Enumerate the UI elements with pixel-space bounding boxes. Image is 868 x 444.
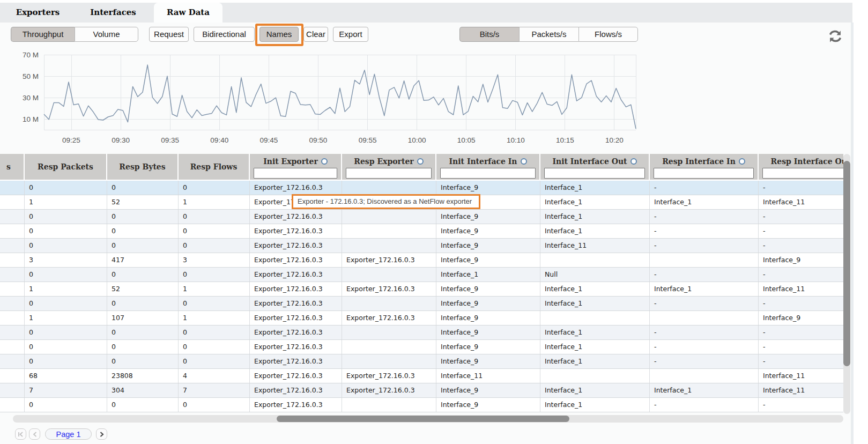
table-cell: 0 (25, 268, 107, 282)
table-cell: Interface_9 (436, 239, 540, 253)
column-header-init-exporter: Init Exporter (250, 154, 342, 180)
table-cell (0, 210, 25, 224)
table-cell: Exporter_172.16.0.3 (250, 325, 342, 339)
table-cell (342, 297, 436, 310)
table-cell: 1 (25, 195, 107, 209)
table-cell: - (650, 239, 759, 253)
table-cell: 0 (107, 239, 179, 253)
table-cell: 52 (107, 282, 179, 296)
svg-text:10:10: 10:10 (507, 136, 525, 144)
table-cell: Interface_1 (540, 224, 650, 238)
table-cell: 0 (107, 210, 179, 224)
table-cell: Interface_11 (540, 239, 650, 253)
column-header-resp-interface-out: Resp Interface Out (759, 154, 843, 180)
filter-radio-icon[interactable] (321, 158, 328, 165)
filter-radio-icon[interactable] (630, 158, 637, 165)
table-cell (0, 239, 25, 253)
table-cell: Interface_9 (436, 181, 540, 195)
table-cell: 0 (107, 181, 179, 195)
table-cell: 0 (179, 340, 250, 354)
column-header-label: Resp Flows (179, 154, 249, 180)
table-cell: - (759, 340, 843, 354)
table-row[interactable]: 000Exporter_172.16.0.3Interface_9Interfa… (0, 398, 843, 412)
pagination-first-button[interactable] (15, 428, 26, 440)
table-cell: Interface_9 (436, 325, 540, 339)
table-cell: 0 (179, 354, 250, 368)
table-row[interactable]: 34173Exporter_172.16.0.3Exporter_172.16.… (0, 253, 843, 268)
table-cell: - (650, 398, 759, 412)
table-cell: 304 (107, 383, 179, 397)
table-row[interactable]: 000Exporter_172.16.0.3Interface_9Interfa… (0, 340, 843, 354)
table-body: 000Exporter_172.16.0.3Interface_9Interfa… (0, 181, 843, 412)
horizontal-scrollbar-thumb[interactable] (277, 416, 569, 422)
table-cell: Exporter_172.16.0.3 (250, 181, 342, 195)
table-cell (540, 311, 650, 325)
table-cell: Interface_1 (540, 297, 650, 310)
table-cell: - (650, 210, 759, 224)
table-cell: 0 (107, 325, 179, 339)
pagination-next-button[interactable] (96, 428, 107, 440)
table-cell: 0 (25, 210, 107, 224)
filter-input-resp-exporter[interactable] (346, 168, 432, 179)
throughput-chart: 10 M30 M50 M70 M09:2509:3009:3509:4009:4… (0, 0, 852, 153)
table-cell: Interface_9 (436, 282, 540, 296)
table-cell: 1 (179, 282, 250, 296)
svg-text:09:45: 09:45 (259, 136, 278, 144)
table-cell: 0 (179, 239, 250, 253)
table-cell: Interface_1 (540, 398, 650, 412)
table-cell: 0 (179, 268, 250, 282)
table-row[interactable]: 000Exporter_172.16.0.3Interface_1Null-- (0, 268, 843, 282)
svg-text:09:40: 09:40 (210, 136, 228, 144)
column-header-resp-bytes: Resp Bytes (107, 154, 179, 180)
table-row[interactable]: 000Exporter_172.16.0.3Interface_9Interfa… (0, 297, 843, 311)
table-cell: 4 (179, 369, 250, 383)
filter-input-resp-interface-out[interactable] (762, 168, 843, 179)
table-cell: 7 (25, 383, 107, 397)
table-row[interactable]: 68238084Exporter_172.16.0.3Exporter_172.… (0, 369, 843, 383)
table-cell (342, 239, 436, 253)
table-cell (650, 253, 759, 267)
filter-input-init-interface-in[interactable] (440, 168, 536, 179)
vertical-scrollbar-thumb[interactable] (843, 161, 850, 366)
column-header-s: s (0, 154, 25, 180)
table-cell: - (650, 340, 759, 354)
table-cell: Interface_9 (436, 253, 540, 267)
svg-text:09:35: 09:35 (161, 136, 179, 144)
table-cell: Interface_11 (759, 282, 843, 296)
table-cell: Exporter_172.16.0.3 (342, 311, 436, 325)
table-cell: - (759, 239, 843, 253)
table-row[interactable]: 000Exporter_172.16.0.3Interface_9Interfa… (0, 210, 843, 224)
pagination-previous-button[interactable] (29, 428, 40, 440)
table-cell: Interface_9 (436, 210, 540, 224)
table-cell: 0 (25, 239, 107, 253)
table-row[interactable]: 000Exporter_172.16.0.3Interface_9Interfa… (0, 354, 843, 369)
table-row[interactable]: 000Exporter_172.16.0.3Interface_9Interfa… (0, 181, 843, 195)
table-row[interactable]: 11071Exporter_172.16.0.3Exporter_172.16.… (0, 311, 843, 325)
filter-input-init-interface-out[interactable] (544, 168, 645, 179)
table-cell: 0 (107, 297, 179, 310)
filter-radio-icon[interactable] (417, 158, 424, 165)
filter-radio-icon[interactable] (739, 158, 745, 165)
table-row[interactable]: 000Exporter_172.16.0.3Interface_9Interfa… (0, 224, 843, 239)
table-cell (0, 268, 25, 282)
table-cell: - (759, 210, 843, 224)
table-cell: Exporter_172.16.0.3 (250, 340, 342, 354)
table-cell: Interface_1 (540, 383, 650, 397)
table-row[interactable]: 000Exporter_172.16.0.3Interface_9Interfa… (0, 325, 843, 340)
svg-text:09:25: 09:25 (62, 136, 80, 144)
table-cell: 0 (179, 210, 250, 224)
pagination-page-button[interactable]: Page 1 (45, 428, 92, 440)
filter-input-resp-interface-in[interactable] (654, 168, 754, 179)
filter-input-init-exporter[interactable] (254, 168, 337, 179)
table-cell: 0 (25, 325, 107, 339)
filter-radio-icon[interactable] (521, 158, 527, 165)
table-cell: Interface_11 (759, 383, 843, 397)
table-cell: 52 (107, 195, 179, 209)
table-cell: - (759, 181, 843, 195)
svg-text:09:30: 09:30 (112, 136, 130, 144)
table-cell: 0 (179, 224, 250, 238)
table-row[interactable]: 000Exporter_172.16.0.3Interface_9Interfa… (0, 239, 843, 253)
table-cell: Exporter_172.16.0.3 (250, 239, 342, 253)
table-row[interactable]: 1521Exporter_172.16.0.3Exporter_172.16.0… (0, 282, 843, 297)
table-row[interactable]: 73047Exporter_172.16.0.3Exporter_172.16.… (0, 383, 843, 398)
